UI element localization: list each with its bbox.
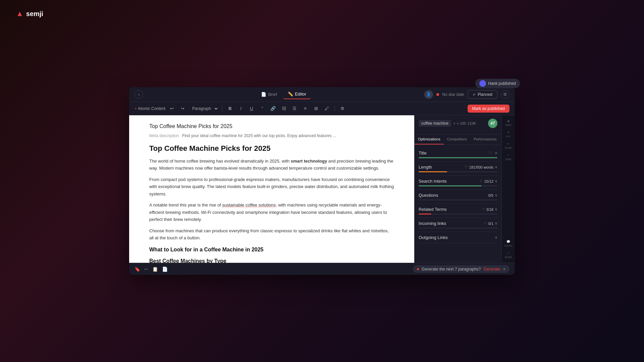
bottom-bar: 🔖 ↩ 📋 📄 Generate the next 7 paragraphs? … (129, 263, 515, 275)
tab-editor[interactable]: ✏️ Editor (283, 89, 311, 99)
planned-label: Planned (478, 92, 492, 97)
bullet-list-button[interactable]: ☰ (290, 104, 299, 113)
opt-related-terms-label: Related Terms (419, 207, 447, 212)
bookmark-icon[interactable]: 🔖 (135, 266, 140, 272)
top-bar-right: 👤 No due date ✓ Planned ⚙ (424, 90, 509, 99)
sidebar-keyword-section: coffee machine × × 100 110K 47 (415, 115, 501, 134)
meta-label: Meta description (149, 133, 179, 138)
heart-icon: ♡ (489, 151, 492, 155)
meta-text: Find your ideal coffee machine for 2025 … (182, 133, 336, 138)
tab-performances[interactable]: Performances (470, 134, 500, 144)
table-button[interactable]: ⊞ (312, 104, 320, 113)
redo-button[interactable]: ↪ (178, 104, 187, 113)
opt-outgoing-links-header[interactable]: Outgoing Links ∨ (419, 235, 497, 240)
comments-label: Cmmt (504, 244, 513, 247)
opt-title-label: Title (419, 150, 427, 156)
bottom-left-icons: 🔖 ↩ 📋 📄 (135, 266, 168, 272)
opt-incoming-links-label: Incoming links (419, 221, 446, 226)
opt-item-length: Length ♡ 181/500 words ∨ (419, 162, 497, 176)
opt-questions-count: 0/5 (488, 193, 493, 197)
link-button[interactable]: 🔗 (269, 104, 277, 113)
planned-button[interactable]: ✓ Planned (468, 90, 497, 99)
opt-incoming-links-header[interactable]: Incoming links ♡ 0/1 ∨ (419, 221, 497, 226)
toolbar: + Atomic Content ↩ ↪ Paragraph B I U " 🔗… (129, 102, 515, 115)
due-date-label: No due date (442, 92, 464, 97)
article-title: Top Coffee Machine Picks for 2025 (149, 144, 394, 153)
tab-brief-label: Brief (268, 92, 277, 97)
outline-button[interactable]: ≡ Outln (503, 141, 514, 151)
chevron-icon-5: ∨ (495, 207, 497, 212)
atomic-content-button[interactable]: + Atomic Content (135, 106, 165, 111)
plus-icon: + (135, 106, 137, 111)
chevron-icon-6: ∨ (495, 221, 497, 226)
opt-item-incoming-links: Incoming links ♡ 0/1 ∨ (419, 218, 497, 232)
keyword-chip: coffee machine (419, 120, 451, 127)
seo-panel-button[interactable]: ◉ SEO (503, 118, 514, 128)
score-badge: 47 (488, 119, 497, 128)
unlink-button[interactable]: ⛓ (279, 104, 288, 113)
editor-area[interactable]: Top Coffee Machine Picks for 2025 Meta d… (129, 115, 414, 263)
settings-inline-button[interactable]: ⚙ (338, 104, 347, 113)
keyword-count: 110K (467, 121, 476, 125)
chevron-icon-7: ∨ (495, 235, 497, 240)
opt-item-outgoing-links: Outgoing Links ∨ (419, 232, 497, 243)
bold-button[interactable]: B (226, 104, 234, 113)
generate-close-button[interactable]: × (503, 266, 505, 272)
outline-icon: ≡ (507, 142, 509, 145)
toolbar-divider-2 (334, 106, 335, 112)
opt-item-search-intents: Search Intents ♡ 15/12 ∨ (419, 176, 497, 190)
opt-length-progress-container (419, 171, 497, 172)
opt-length-label: Length (419, 165, 432, 170)
paragraph-style-select[interactable]: Paragraph (189, 105, 219, 112)
opt-related-terms-progress-container (419, 214, 497, 215)
fact-checking-button[interactable]: ✓ Fact (503, 152, 514, 162)
settings-button[interactable]: ⚙ (501, 90, 509, 99)
highlight-sustainable: sustainable coffee solutions (222, 202, 276, 207)
generate-link[interactable]: Generate (483, 267, 500, 272)
status-dot (436, 93, 439, 96)
ai-edit-button[interactable]: ✦ AI+ (503, 129, 514, 139)
opt-title-header[interactable]: Title ♡ ∨ (419, 150, 497, 156)
back-button[interactable]: ‹ (135, 90, 143, 99)
app-name: semji (26, 10, 43, 18)
bold-smart-tech: smart technology (291, 159, 327, 164)
italic-button[interactable]: I (236, 104, 245, 113)
mark-published-button[interactable]: Mark as published (468, 105, 509, 113)
clipboard-icon[interactable]: 📋 (152, 266, 158, 272)
atomic-content-label: Atomic Content (138, 106, 165, 111)
undo-button[interactable]: ↩ (167, 104, 176, 113)
expand-button[interactable]: ⤢ Expd (503, 250, 514, 260)
opt-related-terms-header[interactable]: Related Terms ♡ 3/18 ∨ (419, 207, 497, 212)
heart-icon-6: ♡ (484, 221, 487, 226)
opt-title-progress-bar (419, 157, 497, 158)
opt-length-progress-bar (419, 171, 447, 172)
comments-button[interactable]: 💬 Cmmt (503, 239, 514, 249)
opt-length-header[interactable]: Length ♡ 181/500 words ∨ (419, 165, 497, 170)
opt-title-progress-container (419, 157, 497, 158)
tab-optimizations[interactable]: Optimizations (415, 134, 444, 144)
hank-avatar (479, 80, 486, 87)
paragraph-1: The world of home coffee brewing has evo… (149, 158, 394, 172)
opt-search-intents-header[interactable]: Search Intents ♡ 15/12 ∨ (419, 179, 497, 184)
document-icon[interactable]: 📄 (162, 266, 168, 272)
app-logo: ▲ semji (16, 9, 43, 18)
seo-icon: ◉ (507, 119, 510, 123)
undo-bottom-icon[interactable]: ↩ (144, 266, 148, 272)
sidebar-tab-group: Optimizations Competitors Performances (415, 134, 501, 145)
quote-button[interactable]: " (258, 104, 267, 113)
toolbar-divider-1 (222, 106, 222, 112)
ordered-list-button[interactable]: ≡ (301, 104, 310, 113)
comments-icon: 💬 (506, 240, 510, 243)
highlight-button[interactable]: 🖊 (322, 104, 331, 113)
chevron-icon: ∨ (495, 151, 497, 155)
opt-item-questions: Questions 0/5 ∨ (419, 190, 497, 204)
opt-outgoing-links-score: ∨ (495, 235, 497, 240)
user-avatar: 👤 (424, 90, 433, 99)
opt-questions-header[interactable]: Questions 0/5 ∨ (419, 193, 497, 198)
opt-incoming-links-count: 0/1 (488, 222, 493, 226)
underline-button[interactable]: U (247, 104, 256, 113)
tab-competitors[interactable]: Competitors (444, 134, 470, 144)
heart-icon-2: ♡ (465, 165, 468, 169)
brief-icon: 📄 (261, 92, 266, 97)
tab-brief[interactable]: 📄 Brief (256, 90, 282, 99)
